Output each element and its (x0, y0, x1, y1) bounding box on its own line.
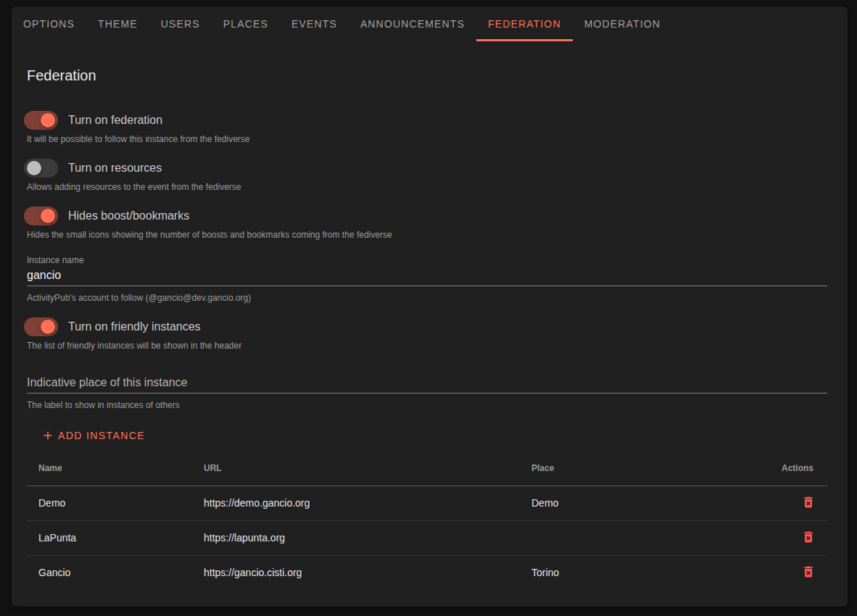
instance-name-label: Instance name (27, 256, 827, 265)
table-row: Gancio https://gancio.cisti.org Torino (27, 555, 827, 590)
plus-icon (41, 429, 54, 442)
instance-place-hint: The label to show in instances of others (27, 401, 827, 409)
tab-events[interactable]: EVENTS (280, 7, 349, 41)
trash-icon (801, 501, 816, 512)
column-header-name: Name (27, 451, 192, 486)
federation-toggle[interactable] (24, 111, 58, 130)
cell-url: https://lapunta.org (192, 520, 520, 555)
resources-toggle[interactable] (24, 159, 58, 178)
add-instance-button[interactable]: ADD INSTANCE (41, 429, 145, 442)
friendly-instances-toggle[interactable] (24, 317, 58, 336)
resources-toggle-label: Turn on resources (68, 162, 162, 175)
table-header-row: Name URL Place Actions (27, 451, 827, 486)
instance-name-hint: ActivityPub's account to follow (@gancio… (27, 294, 827, 302)
tab-federation[interactable]: FEDERATION (476, 7, 573, 41)
toggle-knob (41, 113, 55, 128)
friendly-instances-toggle-label: Turn on friendly instances (68, 320, 201, 333)
cell-url: https://demo.gancio.org (192, 486, 520, 520)
toggle-knob (41, 320, 55, 334)
trash-icon (801, 570, 816, 581)
cell-place (520, 520, 770, 555)
cell-name: Gancio (27, 555, 192, 590)
cell-place: Demo (520, 486, 770, 520)
federation-toggle-hint: It will be possible to follow this insta… (27, 135, 827, 143)
hide-boost-toggle[interactable] (24, 207, 58, 225)
delete-instance-button[interactable] (801, 495, 816, 509)
instance-name-input[interactable] (27, 269, 827, 286)
cell-url: https://gancio.cisti.org (192, 555, 520, 590)
hide-boost-toggle-label: Hides boost/bookmarks (68, 209, 189, 222)
tab-theme[interactable]: THEME (86, 7, 149, 41)
cell-name: Demo (27, 486, 192, 520)
column-header-place: Place (520, 451, 770, 486)
tab-moderation[interactable]: MODERATION (573, 7, 672, 41)
table-row: Demo https://demo.gancio.org Demo (27, 486, 827, 520)
page-title: Federation (27, 67, 827, 84)
federation-toggle-label: Turn on federation (68, 114, 162, 127)
tab-places[interactable]: PLACES (212, 7, 280, 41)
tab-options[interactable]: OPTIONS (12, 7, 86, 41)
add-instance-button-label: ADD INSTANCE (58, 430, 145, 441)
cell-name: LaPunta (27, 520, 192, 555)
instance-place-input[interactable] (27, 376, 827, 394)
friendly-instances-toggle-hint: The list of friendly instances will be s… (27, 341, 827, 350)
delete-instance-button[interactable] (801, 565, 816, 579)
resources-toggle-hint: Allows adding resources to the event fro… (27, 183, 827, 191)
toggle-knob (41, 209, 55, 223)
toggle-knob (27, 161, 41, 175)
admin-tab-bar: OPTIONS THEME USERS PLACES EVENTS ANNOUN… (12, 7, 848, 41)
trash-icon (801, 536, 816, 546)
hide-boost-toggle-hint: Hides the small icons showing the number… (27, 230, 827, 239)
column-header-actions: Actions (770, 451, 827, 486)
column-header-url: URL (192, 451, 520, 486)
cell-place: Torino (520, 555, 770, 590)
tab-users[interactable]: USERS (149, 7, 212, 41)
admin-panel-card: OPTIONS THEME USERS PLACES EVENTS ANNOUN… (12, 7, 848, 607)
federation-settings: Federation Turn on federation It will be… (12, 67, 848, 590)
tab-announcements[interactable]: ANNOUNCEMENTS (349, 7, 476, 41)
instances-table: Name URL Place Actions Demo https://demo… (27, 451, 827, 590)
table-row: LaPunta https://lapunta.org (27, 520, 827, 555)
delete-instance-button[interactable] (801, 530, 816, 544)
